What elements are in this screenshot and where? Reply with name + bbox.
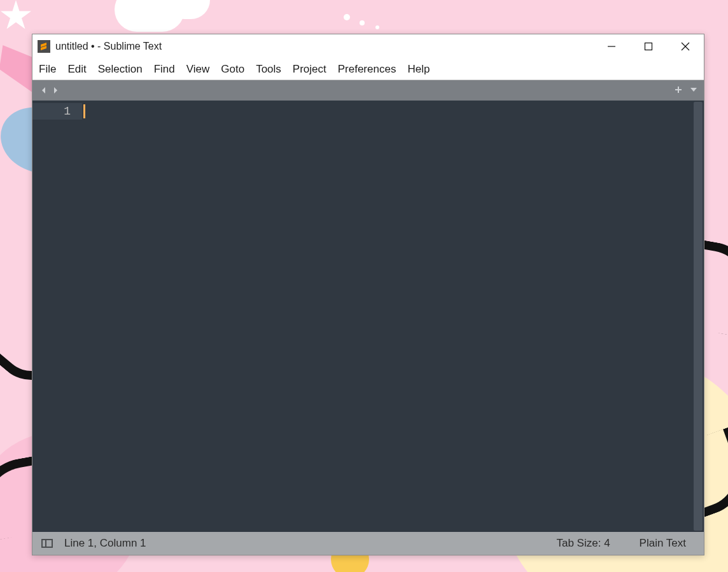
tab-dropdown-icon[interactable]: [690, 85, 697, 96]
menu-find[interactable]: Find: [154, 63, 175, 76]
maximize-button[interactable]: [630, 34, 667, 59]
menu-selection[interactable]: Selection: [98, 63, 143, 76]
wallpaper-dot: [375, 25, 379, 29]
wallpaper-star: [0, 0, 32, 32]
editor-area: 1: [32, 101, 704, 532]
status-tab-size[interactable]: Tab Size: 4: [547, 537, 619, 550]
status-syntax[interactable]: Plain Text: [631, 537, 695, 550]
vertical-scrollbar[interactable]: [694, 102, 703, 531]
tabbar: [32, 80, 704, 101]
titlebar[interactable]: untitled • - Sublime Text: [32, 34, 704, 59]
tab-history-back-icon[interactable]: [39, 85, 49, 95]
tab-history-forward-icon[interactable]: [50, 85, 60, 95]
panel-switcher-icon[interactable]: [41, 539, 53, 548]
app-window: untitled • - Sublime Text File Edit Sele…: [32, 34, 704, 555]
status-position[interactable]: Line 1, Column 1: [64, 537, 146, 550]
menu-preferences[interactable]: Preferences: [338, 63, 396, 76]
menu-project[interactable]: Project: [293, 63, 326, 76]
menu-goto[interactable]: Goto: [221, 63, 244, 76]
wallpaper-dot: [360, 20, 365, 25]
minimize-button[interactable]: [593, 34, 630, 59]
app-icon: [38, 40, 50, 53]
close-button[interactable]: [667, 34, 704, 59]
statusbar: Line 1, Column 1 Tab Size: 4 Plain Text: [32, 532, 704, 555]
menu-edit[interactable]: Edit: [67, 63, 86, 76]
menubar: File Edit Selection Find View Goto Tools…: [32, 59, 704, 80]
text-area[interactable]: [82, 101, 704, 532]
new-tab-icon[interactable]: [675, 85, 682, 96]
line-number: 1: [32, 103, 82, 120]
text-cursor: [83, 104, 85, 118]
svg-rect-1: [645, 43, 652, 50]
menu-view[interactable]: View: [186, 63, 210, 76]
menu-help[interactable]: Help: [407, 63, 430, 76]
gutter: 1: [32, 101, 82, 532]
wallpaper-dot: [344, 14, 350, 20]
window-title: untitled • - Sublime Text: [55, 41, 162, 52]
menu-tools[interactable]: Tools: [256, 63, 281, 76]
menu-file[interactable]: File: [39, 63, 56, 76]
